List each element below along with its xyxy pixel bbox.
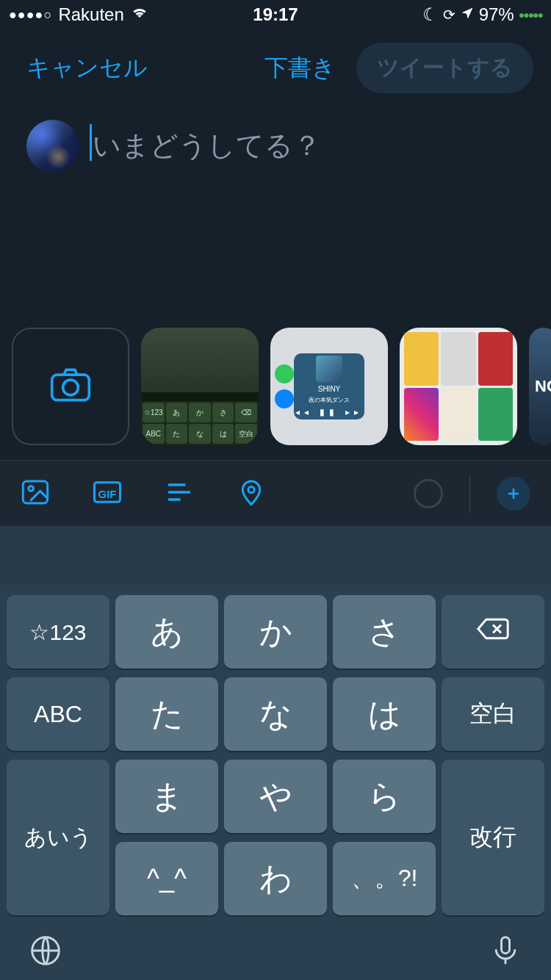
key-return[interactable]: 改行 <box>442 760 544 915</box>
key-space[interactable]: 空白 <box>442 677 544 751</box>
thumb4-text: NC <box>535 377 551 396</box>
media-thumb-2[interactable]: SHINY 夜の本気ダンス ◂◂ ▮▮ ▸▸ <box>270 328 388 445</box>
key-ha[interactable]: は <box>333 677 436 751</box>
key-wa[interactable]: わ <box>224 842 327 915</box>
app-switcher-preview <box>404 332 513 441</box>
globe-icon[interactable] <box>29 934 62 970</box>
compose-input[interactable]: いまどうしてる？ <box>93 120 533 173</box>
bluetooth-icon <box>275 389 294 408</box>
compose-header: キャンセル 下書き ツイートする <box>0 29 551 107</box>
camera-icon <box>50 368 91 405</box>
moon-icon: ☾ <box>422 4 439 25</box>
carrier-label: Rakuten <box>58 4 123 25</box>
avatar[interactable] <box>26 120 79 173</box>
signal-strength: ●●●●○ <box>9 7 52 23</box>
compose-body: いまどうしてる？ <box>0 107 551 173</box>
toolbar-divider <box>469 475 470 512</box>
header-right: 下書き ツイートする <box>264 43 533 93</box>
cellular-icon <box>275 364 294 383</box>
toolbar-right <box>414 475 530 512</box>
text-cursor <box>90 124 92 161</box>
tweet-button[interactable]: ツイートする <box>356 43 533 93</box>
compose-placeholder: いまどうしてる？ <box>93 120 533 165</box>
draft-button[interactable]: 下書き <box>264 52 336 84</box>
compose-toolbar: GIF <box>0 460 551 526</box>
media-thumb-1[interactable]: ☆123あかさ⌫ ABCたなは空白 <box>141 328 259 445</box>
key-ka[interactable]: か <box>224 595 327 669</box>
key-delete[interactable] <box>442 595 544 669</box>
key-ta[interactable]: た <box>115 677 218 751</box>
keyboard-bottom-bar <box>0 924 551 980</box>
key-punct[interactable]: 、。?! <box>333 842 436 915</box>
poll-icon[interactable] <box>165 478 194 510</box>
key-ra[interactable]: ら <box>333 760 436 833</box>
mini-keyboard-preview: ☆123あかさ⌫ ABCたなは空白 <box>141 401 259 445</box>
svg-point-1 <box>63 380 79 395</box>
mic-icon[interactable] <box>489 934 522 970</box>
album-art <box>316 356 342 382</box>
media-thumb-4[interactable]: NC <box>529 328 551 445</box>
cancel-button[interactable]: キャンセル <box>26 52 148 84</box>
toolbar-left: GIF <box>21 478 266 510</box>
key-abc-mode[interactable]: ABC <box>7 677 109 751</box>
key-ma[interactable]: ま <box>115 760 218 833</box>
location-icon <box>460 4 475 25</box>
key-num-mode[interactable]: ☆123 <box>7 595 109 669</box>
media-strip[interactable]: ☆123あかさ⌫ ABCたなは空白 SHINY 夜の本気ダンス ◂◂ ▮▮ ▸▸… <box>0 328 551 450</box>
key-kana-mode[interactable]: あいう <box>7 760 109 915</box>
music-widget: SHINY 夜の本気ダンス ◂◂ ▮▮ ▸▸ <box>294 353 364 419</box>
key-na[interactable]: な <box>224 677 327 751</box>
clock: 19:17 <box>253 4 298 25</box>
key-sa[interactable]: さ <box>333 595 436 669</box>
status-right: ☾ ⟳ 97% ●●●●● <box>422 4 542 25</box>
svg-point-3 <box>29 486 34 491</box>
battery-percent: 97% <box>479 4 514 25</box>
status-bar: ●●●●○ Rakuten 19:17 ☾ ⟳ 97% ●●●●● <box>0 0 551 29</box>
svg-rect-2 <box>23 481 47 503</box>
status-left: ●●●●○ Rakuten <box>9 3 149 26</box>
battery-dots: ●●●●● <box>519 9 542 21</box>
key-ya[interactable]: や <box>224 760 327 833</box>
song-title: SHINY <box>318 385 341 393</box>
photo-icon[interactable] <box>21 478 50 510</box>
media-thumb-3[interactable] <box>400 328 517 445</box>
svg-rect-8 <box>502 937 510 954</box>
svg-point-6 <box>248 486 254 492</box>
camera-button[interactable] <box>12 328 129 445</box>
keyboard-suggestion-bar[interactable] <box>0 526 551 585</box>
play-controls: ◂◂ ▮▮ ▸▸ <box>295 407 364 417</box>
cc-toggles <box>275 364 294 408</box>
location-pin-icon[interactable] <box>237 478 266 510</box>
rotation-lock-icon: ⟳ <box>443 6 455 24</box>
key-emoticon[interactable]: ^_^ <box>115 842 218 915</box>
svg-text:GIF: GIF <box>98 487 117 500</box>
char-count-ring <box>414 479 443 508</box>
delete-icon <box>477 616 509 647</box>
gif-icon[interactable]: GIF <box>93 478 122 510</box>
keyboard: ☆123 あ か さ ABC た な は 空白 あいう ま や ら 改行 ^_^… <box>0 585 551 980</box>
song-artist: 夜の本気ダンス <box>309 396 350 404</box>
wifi-icon <box>130 3 149 26</box>
key-a[interactable]: あ <box>115 595 218 669</box>
add-thread-button[interactable] <box>497 477 530 511</box>
